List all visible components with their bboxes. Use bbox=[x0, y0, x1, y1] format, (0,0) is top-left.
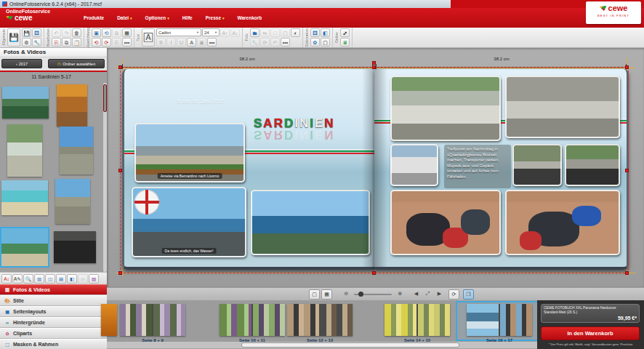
sort-button[interactable]: A↕ bbox=[1, 274, 12, 284]
selection-handle-s[interactable] bbox=[372, 271, 376, 275]
photo-luggage-2[interactable] bbox=[505, 190, 620, 255]
flip-button[interactable]: ⇋ bbox=[260, 28, 270, 37]
share-button[interactable]: 🙾 bbox=[340, 28, 350, 37]
selection-handle-se[interactable] bbox=[625, 271, 629, 275]
photo-thumbnail[interactable] bbox=[2, 87, 49, 119]
paste-button[interactable]: 📋 bbox=[72, 38, 81, 47]
group-button[interactable]: ⎘ bbox=[112, 38, 121, 47]
font-select[interactable]: Calibri▼ bbox=[156, 28, 201, 36]
cut-button[interactable]: ⎘ bbox=[52, 38, 61, 47]
selection-handle-sw[interactable] bbox=[118, 271, 122, 275]
undo-button[interactable]: ↶ bbox=[52, 28, 61, 37]
single-page-view-button[interactable]: ▢ bbox=[309, 289, 320, 300]
view-small-button[interactable]: ▥ bbox=[34, 274, 44, 284]
photo-thumbnail-selected[interactable] bbox=[1, 228, 48, 266]
photo-rotate-button[interactable]: ⟳ bbox=[260, 38, 270, 47]
rotate-page-button[interactable]: ⟳ bbox=[448, 289, 459, 300]
zoom-out-button[interactable]: ⊖ bbox=[341, 289, 352, 300]
rotate-right-button[interactable]: ⟳ bbox=[102, 38, 111, 47]
rotate-left-button[interactable]: ⟲ bbox=[92, 38, 101, 47]
nav-seitenlayouts[interactable]: ▦ Seitenlayouts bbox=[0, 306, 107, 317]
next-page-button[interactable]: ▶ bbox=[434, 289, 445, 300]
more-arrange-button[interactable]: ••• bbox=[122, 38, 132, 47]
delete-button[interactable]: 🗑 bbox=[72, 28, 81, 37]
page-thumbnail-partial[interactable] bbox=[101, 304, 117, 336]
fit-view-button[interactable]: ⤢ bbox=[422, 289, 433, 300]
grid-view-button[interactable]: ▦ bbox=[321, 289, 332, 300]
settings-button[interactable]: ⚙ bbox=[22, 38, 31, 47]
photo-caption[interactable]: Da isses endlich, das Wasser! bbox=[162, 248, 217, 254]
nav-masken-rahmen[interactable]: ⬚ Masken & Rahmen bbox=[0, 339, 107, 349]
text-frame-button[interactable]: 🄰 bbox=[142, 28, 155, 47]
page-thumbnail-10-11[interactable] bbox=[220, 304, 285, 336]
choose-folder-button[interactable]: 🗀 Ordner auswählen bbox=[48, 59, 105, 68]
photo-caption[interactable]: Anreise via Bernardino nach Livorno bbox=[158, 173, 222, 179]
redo-button[interactable]: ↷ bbox=[62, 28, 71, 37]
photo-couple[interactable] bbox=[390, 76, 501, 141]
selection-handle-e[interactable] bbox=[625, 169, 629, 172]
save-as-button[interactable]: 💾 bbox=[22, 28, 31, 37]
spread-view-button[interactable]: ❐ bbox=[463, 289, 474, 300]
selection-handle-nw[interactable] bbox=[118, 65, 122, 69]
photo-thumbnail[interactable] bbox=[1, 180, 48, 215]
search-button[interactable]: 🔍 bbox=[23, 274, 33, 284]
view-list-button[interactable]: ◧ bbox=[67, 274, 77, 284]
photo-motorbikes-2[interactable] bbox=[565, 144, 620, 186]
deco-image-button[interactable]: 🖼 bbox=[310, 28, 320, 37]
view-medium-button[interactable]: ◫ bbox=[45, 274, 55, 284]
bold-button[interactable]: B bbox=[156, 38, 166, 47]
selection-handle-ne[interactable] bbox=[625, 65, 629, 69]
nav-fotos-videos[interactable]: 🖼 Fotos & Videos bbox=[0, 284, 107, 295]
add-to-cart-button[interactable]: In den Warenkorb bbox=[541, 326, 640, 340]
photo-edit-button[interactable]: 🔧 bbox=[250, 38, 259, 47]
menu-optionen[interactable]: Optionen▾ bbox=[145, 15, 169, 20]
page-thumbnail-14-15[interactable] bbox=[385, 304, 450, 336]
photo-folder-button[interactable]: 🖿 bbox=[250, 28, 259, 37]
font-size-select[interactable]: 24▼ bbox=[202, 28, 220, 36]
used-photos-button[interactable]: ▨ bbox=[89, 274, 99, 284]
selection-handle-rotate[interactable] bbox=[372, 61, 376, 65]
mask-button[interactable]: ◧ bbox=[321, 28, 330, 37]
zoom-in-button[interactable]: ⊕ bbox=[395, 289, 406, 300]
menu-datei[interactable]: Datei▾ bbox=[117, 15, 132, 20]
font-color-button[interactable]: A bbox=[187, 38, 196, 47]
effect-button[interactable]: ◐ bbox=[291, 28, 300, 37]
arrange-back-button[interactable]: ▦ bbox=[122, 28, 132, 37]
view-info-button[interactable]: ▱ bbox=[78, 274, 88, 284]
page-left[interactable]: 5. bis 16. Juni 2017 SARDINIEN SARDINIEN… bbox=[122, 69, 375, 270]
nav-hintergruende[interactable]: ∞ Hintergründe bbox=[0, 317, 107, 328]
copy-button[interactable]: ⧉ bbox=[62, 38, 71, 47]
italic-button[interactable]: I bbox=[166, 38, 176, 47]
menu-warenkorb[interactable]: Warenkorb bbox=[238, 15, 262, 20]
page-thumbnail-16-17[interactable] bbox=[467, 304, 532, 336]
editor-canvas[interactable]: 38.2 cm 38.2 cm 5. bis 16. Juni 2017 SAR… bbox=[107, 48, 644, 287]
menu-hilfe[interactable]: Hilfe bbox=[182, 15, 193, 20]
photo-van[interactable] bbox=[390, 144, 438, 186]
photo-mountain[interactable]: Anreise via Bernardino nach Livorno bbox=[134, 123, 245, 182]
crop-button[interactable]: ⛶ bbox=[270, 28, 280, 37]
underline-button[interactable]: U bbox=[177, 38, 186, 47]
align-text-button[interactable]: ▣ bbox=[197, 38, 206, 47]
nav-cliparts[interactable]: ✿ Cliparts bbox=[0, 328, 107, 339]
zoom-slider-knob[interactable] bbox=[358, 292, 363, 297]
page-thumbnail-8-9[interactable] bbox=[120, 304, 185, 336]
photo-thumbnail[interactable] bbox=[55, 179, 90, 224]
photo-villa[interactable] bbox=[251, 190, 370, 255]
photo-coast[interactable]: Da isses endlich, das Wasser! bbox=[132, 187, 246, 257]
tools-button[interactable]: 🔧 bbox=[32, 38, 41, 47]
book-spread[interactable]: 5. bis 16. Juni 2017 SARDINIEN SARDINIEN… bbox=[122, 69, 627, 271]
photo-undo-button[interactable]: ↶ bbox=[270, 38, 280, 47]
menu-produkte[interactable]: Produkte bbox=[84, 15, 104, 20]
frame-button[interactable]: ▢ bbox=[321, 38, 330, 47]
rename-button[interactable]: A✎ bbox=[12, 274, 23, 284]
photo-thumbnail[interactable] bbox=[54, 231, 96, 263]
page-thumbnail-12-13[interactable] bbox=[287, 304, 353, 336]
clipart-button[interactable]: ✿ bbox=[310, 38, 320, 47]
arrange-front-button[interactable]: ⧉ bbox=[112, 28, 121, 37]
folder-back-button[interactable]: ‹ 2017 bbox=[1, 59, 42, 68]
photo-table-group[interactable] bbox=[505, 76, 620, 138]
more-text-button[interactable]: ••• bbox=[207, 38, 217, 47]
prev-page-button[interactable]: ◀ bbox=[411, 289, 422, 300]
font-bigger-button[interactable]: A↑ bbox=[220, 28, 230, 37]
align-button[interactable]: ▣ bbox=[92, 28, 101, 37]
